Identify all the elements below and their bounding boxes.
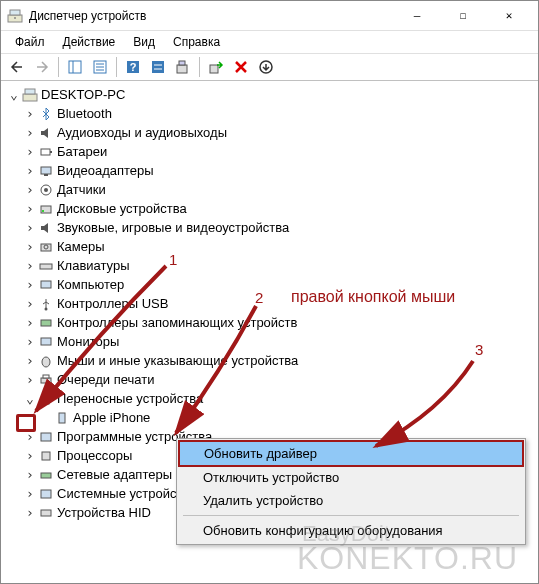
chevron-right-icon[interactable]: › <box>23 256 37 275</box>
forward-button[interactable] <box>30 55 54 79</box>
tree-item[interactable]: ›Контроллеры запоминающих устройств <box>7 313 532 332</box>
svg-rect-33 <box>41 320 51 326</box>
audio-icon <box>38 125 54 141</box>
tree-item[interactable]: ›Видеоадаптеры <box>7 161 532 180</box>
context-update-driver[interactable]: Обновить драйвер <box>178 440 524 467</box>
menu-action[interactable]: Действие <box>55 33 124 51</box>
back-button[interactable] <box>5 55 29 79</box>
tree-item[interactable]: ›Bluetooth <box>7 104 532 123</box>
toolbar: ? <box>1 53 538 81</box>
chevron-right-icon[interactable]: › <box>23 104 37 123</box>
network-icon <box>38 467 54 483</box>
tree-item[interactable]: ›Клавиатуры <box>7 256 532 275</box>
svg-rect-16 <box>210 65 218 73</box>
chevron-right-icon[interactable]: › <box>23 161 37 180</box>
tree-item[interactable]: ›Датчики <box>7 180 532 199</box>
context-scan-hardware[interactable]: Обновить конфигурацию оборудования <box>179 519 523 542</box>
storage-controller-icon <box>38 315 54 331</box>
close-button[interactable]: ✕ <box>486 1 532 31</box>
battery-icon <box>38 144 54 160</box>
chevron-down-icon[interactable]: ⌄ <box>7 85 21 104</box>
chevron-right-icon[interactable]: › <box>23 351 37 370</box>
svg-rect-41 <box>42 452 50 460</box>
disable-icon[interactable] <box>254 55 278 79</box>
tree-item-apple-iphone[interactable]: Apple iPhone <box>7 408 532 427</box>
svg-point-35 <box>42 357 50 367</box>
properties-button[interactable] <box>88 55 112 79</box>
svg-rect-23 <box>44 174 48 176</box>
tree-item[interactable]: ›Дисковые устройства <box>7 199 532 218</box>
tree-item[interactable]: ›Аудиовходы и аудиовыходы <box>7 123 532 142</box>
computer-icon <box>22 87 38 103</box>
chevron-right-icon[interactable]: › <box>23 218 37 237</box>
svg-rect-26 <box>41 206 51 213</box>
maximize-button[interactable]: ☐ <box>440 1 486 31</box>
chevron-right-icon[interactable]: › <box>23 123 37 142</box>
tree-root[interactable]: ⌄ DESKTOP-PC <box>7 85 532 104</box>
svg-rect-31 <box>41 281 51 288</box>
sound-icon <box>38 220 54 236</box>
tree-item[interactable]: ›Мониторы <box>7 332 532 351</box>
tree-item-portable-devices[interactable]: ⌄Переносные устройства <box>7 389 532 408</box>
update-driver-icon[interactable] <box>204 55 228 79</box>
menu-file[interactable]: Файл <box>7 33 53 51</box>
annotation-2: 2 <box>255 289 263 306</box>
display-adapter-icon <box>38 163 54 179</box>
tree-label: Apple iPhone <box>73 408 150 427</box>
tree-label: Датчики <box>57 180 106 199</box>
refresh-icon[interactable] <box>146 55 170 79</box>
mouse-icon <box>38 353 54 369</box>
bluetooth-icon <box>38 106 54 122</box>
tree-label: Сетевые адаптеры <box>57 465 172 484</box>
chevron-right-icon[interactable]: › <box>23 180 37 199</box>
help-icon[interactable]: ? <box>121 55 145 79</box>
chevron-right-icon[interactable]: › <box>23 199 37 218</box>
printer-icon <box>38 372 54 388</box>
chevron-right-icon[interactable]: › <box>23 313 37 332</box>
context-menu: Обновить драйвер Отключить устройство Уд… <box>176 438 526 545</box>
chevron-right-icon[interactable]: › <box>23 237 37 256</box>
uninstall-icon[interactable] <box>229 55 253 79</box>
chevron-right-icon[interactable]: › <box>23 427 37 446</box>
tree-label: Очереди печати <box>57 370 155 389</box>
svg-rect-20 <box>41 149 50 155</box>
usb-icon <box>38 296 54 312</box>
chevron-right-icon[interactable]: › <box>23 332 37 351</box>
menu-help[interactable]: Справка <box>165 33 228 51</box>
chevron-right-icon[interactable]: › <box>23 294 37 313</box>
software-device-icon <box>38 429 54 445</box>
svg-rect-38 <box>43 394 49 404</box>
tree-item[interactable]: ›Камеры <box>7 237 532 256</box>
chevron-right-icon[interactable]: › <box>23 370 37 389</box>
show-hide-tree-button[interactable] <box>63 55 87 79</box>
tree-item[interactable]: ›Мыши и иные указывающие устройства <box>7 351 532 370</box>
chevron-right-icon[interactable]: › <box>23 484 37 503</box>
watermark-konekto: KONEKTO.RU <box>297 540 518 577</box>
context-disable-device[interactable]: Отключить устройство <box>179 466 523 489</box>
chevron-right-icon[interactable]: › <box>23 503 37 522</box>
context-uninstall-device[interactable]: Удалить устройство <box>179 489 523 512</box>
svg-rect-11 <box>152 61 164 73</box>
chevron-down-icon[interactable]: ⌄ <box>23 389 37 408</box>
tree-label: Мониторы <box>57 332 119 351</box>
tree-item[interactable]: ›Звуковые, игровые и видеоустройства <box>7 218 532 237</box>
svg-rect-21 <box>50 151 52 153</box>
tree-label: Компьютер <box>57 275 124 294</box>
menu-view[interactable]: Вид <box>125 33 163 51</box>
disk-icon <box>38 201 54 217</box>
chevron-right-icon[interactable]: › <box>23 142 37 161</box>
tree-label: Звуковые, игровые и видеоустройства <box>57 218 289 237</box>
camera-icon <box>38 239 54 255</box>
scan-hardware-icon[interactable] <box>171 55 195 79</box>
chevron-right-icon[interactable]: › <box>23 465 37 484</box>
minimize-button[interactable]: — <box>394 1 440 31</box>
tree-item[interactable]: ›Батареи <box>7 142 532 161</box>
tree-item[interactable]: ›Очереди печати <box>7 370 532 389</box>
tree-label: Камеры <box>57 237 105 256</box>
svg-point-2 <box>14 17 16 19</box>
chevron-right-icon[interactable]: › <box>23 275 37 294</box>
chevron-right-icon[interactable]: › <box>23 446 37 465</box>
tree-label: Устройства HID <box>57 503 151 522</box>
annotation-3: 3 <box>475 341 483 358</box>
device-manager-icon <box>7 8 23 24</box>
